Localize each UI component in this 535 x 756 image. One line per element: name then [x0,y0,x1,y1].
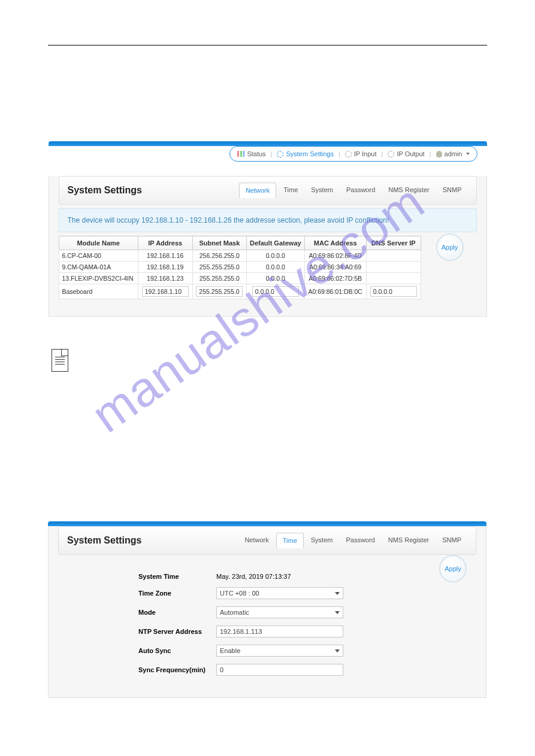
sync-freq-input[interactable] [216,664,343,676]
ntp-server-input[interactable] [216,626,343,637]
gear-icon [345,151,352,157]
nav-admin[interactable]: admin [436,150,470,157]
note-icon [52,349,68,372]
nav-system-settings[interactable]: System Settings [277,150,333,157]
col-mac: MAC Address [304,236,366,250]
apply-button[interactable]: Apply [439,555,467,582]
top-nav: Status | System Settings | IP Input | IP… [229,146,477,162]
sync-freq-label: Sync Frequency(min) [138,666,216,673]
subtabs: Network Time System Password NMS Registe… [238,533,467,548]
ntp-label: NTP Server Address [138,628,216,635]
tab-time[interactable]: Time [277,183,304,198]
col-gw: Default Gateway [247,236,304,250]
tab-nms-register[interactable]: NMS Register [382,533,435,548]
baseboard-ip-input[interactable] [142,286,189,297]
chevron-down-icon [466,153,470,155]
nav-status[interactable]: Status [237,150,265,157]
user-icon [436,151,442,157]
subtabs: Network Time System Password NMS Registe… [239,183,468,198]
tab-nms-register[interactable]: NMS Register [382,183,435,198]
page-title: System Settings [68,185,142,196]
page-title: System Settings [67,535,141,546]
panel-header: System Settings Network Time System Pass… [58,526,476,555]
col-module: Module Name [59,236,138,250]
time-zone-label: Time Zone [138,590,216,597]
apply-button[interactable]: Apply [436,233,464,261]
time-zone-select[interactable]: UTC +08 : 00 [216,587,343,599]
baseboard-gw-input[interactable] [252,286,299,297]
chevron-down-icon [335,592,340,595]
screenshot-time: System Settings Network Time System Pass… [48,521,486,698]
baseboard-mask-input[interactable] [196,286,243,297]
auto-sync-select[interactable]: Enable [216,645,343,657]
baseboard-row: Baseboard A0:69:86:01:DB:0C [59,284,421,299]
chevron-down-icon [335,611,340,614]
tab-password[interactable]: Password [340,533,380,548]
col-mask: Subnet Mask [192,236,247,250]
tab-network[interactable]: Network [238,533,274,548]
nav-ip-input[interactable]: IP Input [345,150,377,157]
table-row: 9.CM-QAMA-01A 192.168.1.19 255.255.255.0… [59,262,421,273]
tab-snmp[interactable]: SNMP [437,183,468,198]
table-row: 6.CP-CAM-00 192.168.1.16 256.256.255.0 0… [59,250,421,262]
panel-header: System Settings Network Time System Pass… [59,176,477,205]
mode-label: Mode [138,609,216,616]
gear-icon [277,151,283,157]
page-top-rule [48,45,487,45]
nav-ip-output[interactable]: IP Output [388,150,424,157]
tab-network[interactable]: Network [239,183,276,198]
table-row: 13.FLEXIP-DVBS2CI-4IN 192.168.1.23 255.2… [59,273,421,284]
tab-system[interactable]: System [305,533,339,548]
auto-sync-label: Auto Sync [138,647,216,654]
system-time-label: System Time [138,573,216,580]
system-time-value: May. 23rd, 2019 07:13:37 [216,573,291,580]
time-form: Apply System Time May. 23rd, 2019 07:13:… [49,555,486,697]
tab-snmp[interactable]: SNMP [436,533,467,548]
gear-icon [388,151,394,157]
mode-select[interactable]: Automatic [216,606,343,618]
tab-time[interactable]: Time [276,533,304,548]
ip-conflict-alert: The device will occupy 192.168.1.10 - 19… [59,208,477,232]
col-ip: IP Address [138,236,192,250]
tab-password[interactable]: Password [340,183,381,198]
bar-chart-icon [237,151,244,157]
chevron-down-icon [335,649,340,652]
baseboard-dns-input[interactable] [370,286,417,297]
screenshot-network: Status | System Settings | IP Input | IP… [49,141,487,317]
tab-system[interactable]: System [305,183,339,198]
col-dns: DNS Server IP [366,236,421,250]
network-table: Module Name IP Address Subnet Mask Defau… [59,236,421,299]
